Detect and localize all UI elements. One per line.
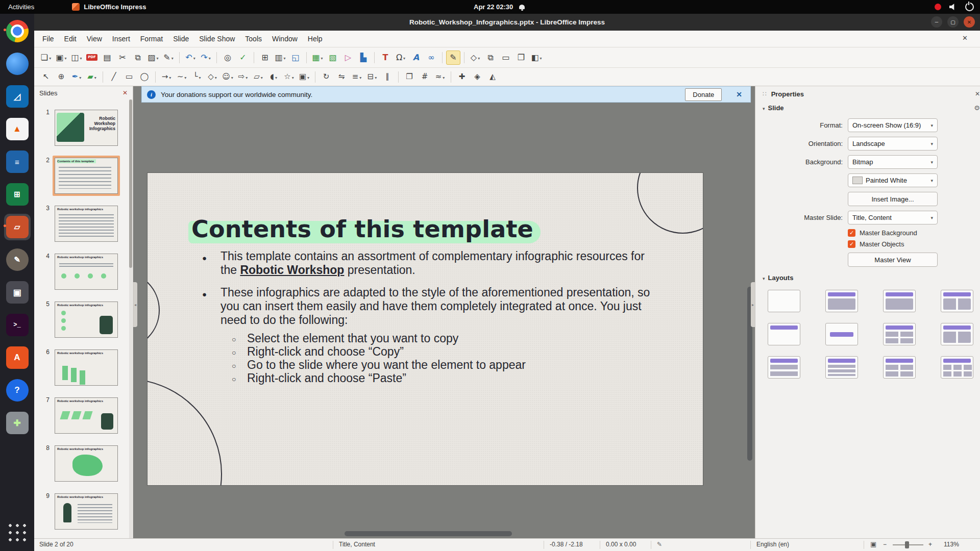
edit-points-tool[interactable]: ✚ [455, 70, 469, 84]
format-dropdown[interactable]: On-screen Show (16:9) [848, 118, 938, 132]
orientation-dropdown[interactable]: Landscape [848, 137, 938, 151]
ellipse-tool[interactable]: ◯ [137, 70, 152, 84]
dock-libreoffice-calc[interactable]: ⊞ [4, 181, 31, 208]
layout-blank[interactable] [768, 290, 800, 312]
slides-panel-close-button[interactable] [122, 89, 128, 96]
connectors-tool[interactable]: └ [190, 70, 204, 84]
master-slide-button[interactable]: ◱ [288, 51, 303, 65]
hide-slides-panel-handle[interactable] [133, 282, 137, 327]
display-views-button[interactable]: ▥ [273, 51, 287, 65]
dock-files[interactable]: ▣ [4, 279, 31, 306]
slide-thumbnail-7[interactable]: Robotic workshop infographics [55, 397, 118, 434]
dropdown-arrow-icon[interactable] [156, 54, 159, 61]
menu-slide[interactable]: Slide [168, 32, 194, 45]
dock-vlc[interactable]: ▲ [4, 116, 31, 142]
distribution-tool[interactable]: ∥ [380, 70, 395, 84]
dropdown-arrow-icon[interactable] [192, 54, 195, 61]
zoom-in-button[interactable]: + [928, 541, 932, 548]
close-document-button[interactable] [962, 34, 968, 42]
menu-insert[interactable]: Insert [107, 32, 135, 45]
menu-format[interactable]: Format [135, 32, 168, 45]
undo-button[interactable]: ↶ [183, 51, 198, 65]
insert-media-button[interactable]: ▷ [341, 51, 355, 65]
dock-libreoffice-writer[interactable]: ≡ [4, 148, 31, 175]
glue-points-tool[interactable]: ◈ [470, 70, 484, 84]
rectangle-tool[interactable]: ▭ [122, 70, 136, 84]
lines-arrows-tool[interactable]: → [159, 70, 174, 84]
stars-banners-tool[interactable]: ☆ [282, 70, 296, 84]
minimize-button[interactable] [931, 16, 942, 28]
infobar-close-button[interactable] [733, 90, 745, 99]
dropdown-arrow-icon[interactable] [274, 73, 277, 81]
menu-help[interactable]: Help [303, 32, 328, 45]
align-objects-tool[interactable]: ≡ [350, 70, 364, 84]
block-arrows-tool[interactable]: ⇨ [236, 70, 250, 84]
layout-four-content[interactable] [883, 356, 916, 379]
slide-thumbnail-8[interactable]: Robotic workshop infographics [55, 445, 118, 482]
open-button[interactable]: ▣ [54, 51, 68, 65]
dropdown-arrow-icon[interactable] [291, 73, 294, 81]
slide-thumbnail-5[interactable]: Robotic workshop infographics [55, 302, 118, 338]
menu-window[interactable]: Window [267, 32, 303, 45]
slide-title[interactable]: Contents of this template [191, 215, 533, 243]
master-view-button[interactable]: Master View [848, 253, 938, 267]
activities-button[interactable]: Activities [8, 3, 34, 11]
new-button[interactable]: ❏ [39, 51, 53, 65]
insert-table-button[interactable]: ▦ [310, 51, 325, 65]
hyperlink-button[interactable]: ∞ [424, 51, 438, 65]
dropdown-arrow-icon[interactable] [306, 73, 309, 81]
fill-color-tool[interactable]: ▰ [85, 70, 99, 84]
find-replace-button[interactable]: ◎ [220, 51, 235, 65]
arrange-tool[interactable]: ⊟ [365, 70, 379, 84]
clone-formatting-button[interactable]: ✎ [161, 51, 176, 65]
curves-polygons-tool[interactable]: ∼ [175, 70, 189, 84]
dock-vscode[interactable]: ◿ [4, 83, 31, 110]
show-applications-button[interactable] [6, 521, 29, 544]
insert-image-panel-button[interactable]: Insert Image... [848, 192, 938, 206]
dropdown-arrow-icon[interactable] [48, 54, 51, 61]
master-background-checkbox[interactable] [848, 229, 855, 237]
spelling-button[interactable]: ✓ [236, 51, 250, 65]
slide-canvas[interactable]: Contents of this template This template … [148, 173, 703, 485]
layout-title-four-content[interactable] [883, 323, 916, 345]
shadow-button[interactable]: ❐ [514, 51, 528, 65]
dropdown-arrow-icon[interactable] [260, 73, 263, 81]
layout-title-two-content[interactable] [941, 290, 973, 312]
zoom-out-button[interactable]: − [883, 541, 887, 548]
collapse-chevron-icon[interactable] [763, 274, 765, 282]
fontwork-button[interactable]: A [409, 51, 423, 65]
dock-media-player[interactable] [4, 51, 31, 77]
print-button[interactable]: ▤ [100, 51, 114, 65]
basic-shapes-tool[interactable]: ◇ [205, 70, 219, 84]
copy-button[interactable]: ⧉ [131, 51, 145, 65]
insert-chart-button[interactable]: ▙ [356, 51, 371, 65]
slide-thumbnail-1[interactable]: Robotic Workshop Infographics [55, 110, 118, 146]
slide-thumbnail-3[interactable]: Robotic workshop infographics [55, 206, 118, 242]
zoom-slider-thumb[interactable] [905, 541, 909, 548]
display-grid-button[interactable]: ⊞ [258, 51, 272, 65]
layout-content-over-content[interactable] [768, 356, 800, 379]
rename-slide-button[interactable]: ▭ [499, 51, 513, 65]
special-character-button[interactable]: Ω [394, 51, 408, 65]
dropdown-arrow-icon[interactable] [170, 54, 174, 61]
slide-thumbnail-4[interactable]: Robotic workshop infographics [55, 254, 118, 290]
rotate-tool[interactable]: ↻ [319, 70, 333, 84]
layout-title-two-content-alt[interactable] [941, 323, 973, 345]
clock-menu[interactable]: Apr 22 02:30 [474, 3, 525, 11]
hide-sidebar-handle[interactable] [751, 282, 755, 327]
layout-title-content[interactable] [825, 290, 858, 312]
background-dropdown[interactable]: Bitmap [848, 155, 938, 169]
infobar-action-button[interactable]: Donate [685, 88, 722, 101]
section-settings-icon[interactable] [971, 104, 980, 112]
dropdown-arrow-icon[interactable] [477, 54, 480, 61]
dropdown-arrow-icon[interactable] [402, 54, 405, 61]
focused-app-menu[interactable]: LibreOffice Impress [72, 3, 146, 11]
dock-extensions[interactable]: ✚ [4, 410, 31, 436]
dock-ubuntu-software[interactable]: A [4, 344, 31, 371]
crop-image-tool[interactable]: # [418, 70, 432, 84]
flip-tool[interactable]: ⇋ [334, 70, 349, 84]
insert-text-box-button[interactable]: T [378, 51, 393, 65]
close-button[interactable] [964, 16, 975, 28]
3d-objects-tool[interactable]: ▣ [297, 70, 311, 84]
slide-content[interactable]: This template contains an assortment of … [202, 249, 662, 385]
